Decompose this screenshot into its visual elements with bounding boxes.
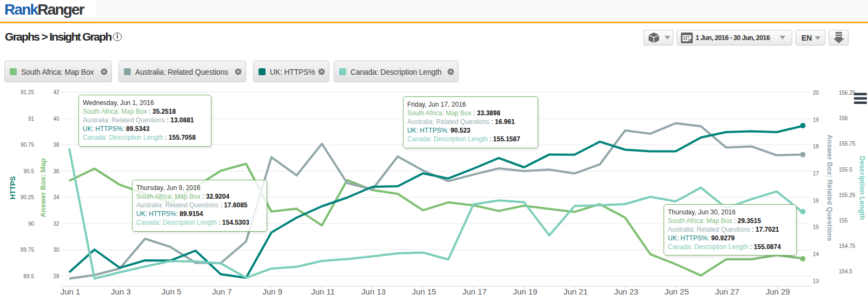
svg-text:90.75: 90.75	[21, 142, 34, 148]
svg-text:38: 38	[53, 142, 59, 148]
svg-text:17: 17	[813, 171, 819, 176]
svg-text:156: 156	[839, 115, 848, 121]
svg-text:155.75: 155.75	[839, 141, 856, 147]
svg-text:Jun 1: Jun 1	[61, 287, 81, 296]
svg-text:90.5: 90.5	[24, 168, 35, 174]
svg-text:30: 30	[53, 247, 59, 253]
svg-text:13: 13	[813, 278, 819, 284]
svg-text:155.25: 155.25	[839, 192, 856, 198]
svg-text:Jun 7: Jun 7	[212, 287, 232, 296]
svg-text:Jun 25: Jun 25	[665, 287, 689, 296]
svg-text:Jun 23: Jun 23	[614, 287, 638, 296]
svg-text:40: 40	[53, 116, 59, 122]
svg-text:15: 15	[813, 224, 819, 230]
svg-text:19: 19	[813, 117, 819, 123]
svg-text:20: 20	[813, 90, 819, 96]
svg-text:155.5: 155.5	[839, 167, 852, 173]
svg-text:42: 42	[53, 89, 59, 95]
svg-text:90: 90	[28, 221, 35, 227]
svg-text:Jun 5: Jun 5	[162, 287, 182, 296]
svg-text:Answer Box: Map: Answer Box: Map	[39, 158, 47, 217]
svg-text:155: 155	[839, 218, 848, 224]
svg-text:18: 18	[813, 143, 819, 149]
svg-text:154.5: 154.5	[839, 269, 852, 274]
svg-text:Jun 27: Jun 27	[715, 287, 739, 296]
svg-text:91.25: 91.25	[21, 89, 34, 95]
svg-text:Jun 13: Jun 13	[361, 287, 386, 296]
svg-text:90.25: 90.25	[21, 194, 34, 200]
svg-text:91: 91	[28, 116, 35, 122]
svg-text:14: 14	[813, 251, 819, 257]
svg-text:Jun 29: Jun 29	[766, 287, 790, 296]
svg-text:Answer Box: Related Questions: Answer Box: Related Questions	[826, 134, 834, 241]
svg-text:154.75: 154.75	[839, 243, 856, 249]
svg-text:Description Length: Description Length	[858, 156, 866, 220]
svg-text:Jun 15: Jun 15	[412, 287, 436, 296]
svg-text:34: 34	[53, 194, 59, 200]
svg-text:89.5: 89.5	[24, 273, 35, 279]
svg-text:HTTPS: HTTPS	[9, 176, 17, 199]
svg-text:36: 36	[53, 168, 59, 174]
svg-text:Jun 21: Jun 21	[564, 287, 588, 296]
svg-text:Jun 17: Jun 17	[462, 287, 487, 296]
svg-text:Jun 9: Jun 9	[262, 287, 282, 296]
svg-text:32: 32	[53, 221, 59, 227]
svg-text:Jun 11: Jun 11	[311, 287, 335, 296]
svg-text:156.25: 156.25	[839, 90, 856, 96]
svg-text:Jun 19: Jun 19	[513, 287, 537, 296]
svg-text:28: 28	[53, 273, 59, 279]
svg-text:Jun 3: Jun 3	[111, 287, 131, 296]
svg-text:16: 16	[813, 198, 819, 204]
svg-text:89.75: 89.75	[21, 247, 34, 253]
